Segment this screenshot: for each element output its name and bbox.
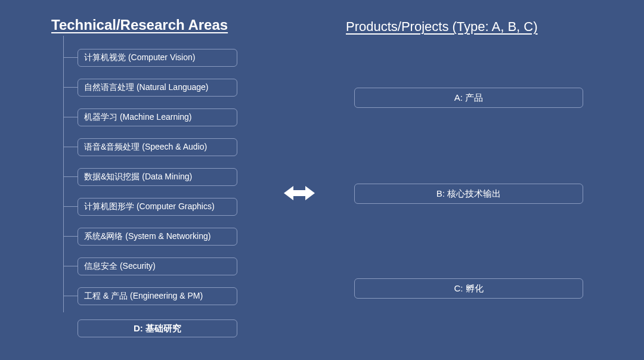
svg-marker-0 <box>284 186 315 200</box>
tree-connector <box>63 57 78 58</box>
tree-box-natural-language: 自然语言处理 (Natural Language) <box>78 79 237 97</box>
left-header: Technical/Research Areas <box>51 17 228 33</box>
tree-box-security: 信息安全 (Security) <box>78 257 237 275</box>
tree-trunk-line <box>63 36 64 312</box>
tree-connector <box>63 147 78 147</box>
tree-connector <box>63 117 78 117</box>
tree-connector <box>63 296 78 296</box>
d-box-basic-research: D: 基础研究 <box>78 319 237 337</box>
tree-connector <box>63 236 78 237</box>
tree-box-engineering-pm: 工程 & 产品 (Engineering & PM) <box>78 287 237 305</box>
tree-box-speech-audio: 语音&音频处理 (Speech & Audio) <box>78 138 237 156</box>
right-box-a-products: A: 产品 <box>354 88 583 108</box>
tree-connector <box>63 87 78 88</box>
tree-connector <box>63 266 78 266</box>
right-box-c-incubation: C: 孵化 <box>354 278 583 299</box>
tree-connector <box>63 206 78 207</box>
right-header: Products/Projects (Type: A, B, C) <box>346 19 538 35</box>
tree-box-computer-vision: 计算机视觉 (Computer Vision) <box>78 49 237 67</box>
tree-box-machine-learning: 机器学习 (Machine Learning) <box>78 108 237 126</box>
tree-box-computer-graphics: 计算机图形学 (Computer Graphics) <box>78 198 237 216</box>
double-arrow-icon <box>284 180 315 206</box>
tree-connector <box>63 176 78 177</box>
tree-box-system-networking: 系统&网络 (System & Networking) <box>78 228 237 246</box>
right-box-b-core-tech: B: 核心技术输出 <box>354 184 583 204</box>
tree-box-data-mining: 数据&知识挖掘 (Data Mining) <box>78 168 237 186</box>
